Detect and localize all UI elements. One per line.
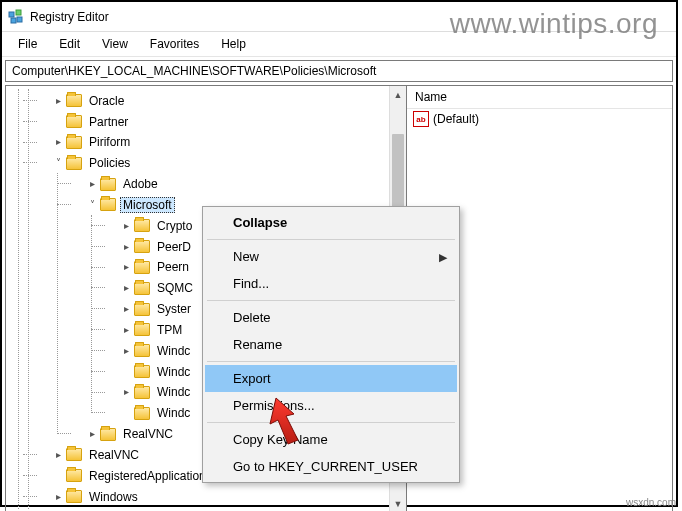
- menu-edit[interactable]: Edit: [49, 34, 90, 54]
- value-default[interactable]: ab (Default): [407, 109, 672, 129]
- menu-collapse[interactable]: Collapse: [205, 209, 457, 236]
- address-bar[interactable]: Computer\HKEY_LOCAL_MACHINE\SOFTWARE\Pol…: [5, 60, 673, 82]
- chevron-down-icon: ˅: [86, 195, 98, 215]
- menubar: File Edit View Favorites Help: [2, 32, 676, 57]
- scroll-up-icon[interactable]: ▲: [390, 86, 406, 103]
- separator: [207, 361, 455, 362]
- tree-item-windows-root[interactable]: ▸Windows: [38, 486, 406, 507]
- tree-item-adobe[interactable]: ▸Adobe: [72, 173, 406, 194]
- context-menu: Collapse New▶ Find... Delete Rename Expo…: [202, 206, 460, 483]
- menu-help[interactable]: Help: [211, 34, 256, 54]
- column-name[interactable]: Name: [407, 86, 672, 109]
- menu-export[interactable]: Export: [205, 365, 457, 392]
- scroll-down-icon[interactable]: ▼: [390, 495, 406, 511]
- separator: [207, 300, 455, 301]
- tree-item-oracle[interactable]: ▸Oracle: [38, 90, 406, 111]
- menu-find[interactable]: Find...: [205, 270, 457, 297]
- folder-icon: [100, 428, 116, 441]
- menu-file[interactable]: File: [8, 34, 47, 54]
- svg-rect-0: [9, 12, 14, 17]
- folder-icon: [134, 282, 150, 295]
- svg-rect-2: [11, 18, 16, 23]
- window-title: Registry Editor: [30, 10, 109, 24]
- folder-icon: [100, 178, 116, 191]
- folder-icon: [134, 303, 150, 316]
- folder-icon: [66, 448, 82, 461]
- menu-new[interactable]: New▶: [205, 243, 457, 270]
- folder-icon: [134, 407, 150, 420]
- menu-view[interactable]: View: [92, 34, 138, 54]
- menu-favorites[interactable]: Favorites: [140, 34, 209, 54]
- folder-icon: [100, 198, 116, 211]
- menu-delete[interactable]: Delete: [205, 304, 457, 331]
- separator: [207, 422, 455, 423]
- folder-icon: [134, 261, 150, 274]
- folder-icon: [134, 344, 150, 357]
- folder-icon: [66, 94, 82, 107]
- folder-icon: [134, 323, 150, 336]
- chevron-right-icon: ▶: [439, 250, 447, 263]
- menu-permissions[interactable]: Permissions...: [205, 392, 457, 419]
- tree-item-partner[interactable]: ▸Partner: [38, 111, 406, 132]
- scroll-thumb[interactable]: [392, 134, 404, 214]
- tree-item-piriform[interactable]: ▸Piriform: [38, 132, 406, 153]
- chevron-down-icon: ˅: [52, 153, 64, 173]
- folder-icon: [66, 136, 82, 149]
- folder-icon: [134, 240, 150, 253]
- menu-rename[interactable]: Rename: [205, 331, 457, 358]
- separator: [207, 239, 455, 240]
- svg-rect-1: [16, 10, 21, 15]
- folder-icon: [134, 365, 150, 378]
- folder-icon: [66, 115, 82, 128]
- menu-goto-hkcu[interactable]: Go to HKEY_CURRENT_USER: [205, 453, 457, 480]
- folder-icon: [134, 386, 150, 399]
- folder-icon: [66, 490, 82, 503]
- menu-copy-key-name[interactable]: Copy Key Name: [205, 426, 457, 453]
- titlebar: Registry Editor: [2, 2, 676, 32]
- attribution: wsxdn.com: [626, 497, 676, 508]
- folder-icon: [134, 219, 150, 232]
- value-name: (Default): [433, 112, 479, 126]
- folder-icon: [66, 469, 82, 482]
- selected-node: Microsoft: [120, 197, 175, 213]
- folder-icon: [66, 157, 82, 170]
- app-icon: [8, 9, 24, 25]
- registry-editor-window: Registry Editor File Edit View Favorites…: [0, 0, 678, 507]
- string-value-icon: ab: [413, 111, 429, 127]
- svg-rect-3: [17, 17, 22, 22]
